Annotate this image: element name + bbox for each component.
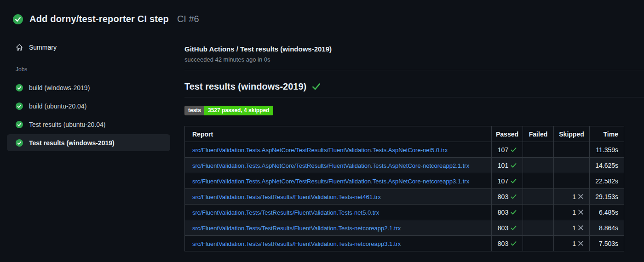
check-run-title: GitHub Actions / Test results (windows-2…: [184, 45, 644, 53]
passed-check-icon: [511, 163, 517, 168]
passed-check-icon: [511, 194, 517, 199]
report-link[interactable]: src/FluentValidation.Tests/TestResults/F…: [192, 209, 379, 216]
report-link[interactable]: src/FluentValidation.Tests.AspNetCore/Te…: [192, 162, 469, 169]
time-cell: 22.582s: [590, 173, 624, 189]
passed-cell: 803: [492, 236, 523, 251]
home-icon: [16, 44, 23, 51]
report-cell: src/FluentValidation.Tests/TestResults/F…: [185, 236, 492, 251]
report-cell: src/FluentValidation.Tests/TestResults/F…: [185, 220, 492, 236]
skipped-cell: [554, 173, 590, 189]
job-success-icon: [16, 84, 23, 91]
job-label: Test results (ubuntu-20.04): [29, 121, 106, 128]
job-success-icon: [16, 139, 23, 147]
report-cell: src/FluentValidation.Tests.AspNetCore/Te…: [185, 173, 492, 189]
tests-badge: tests 3527 passed, 4 skipped: [184, 106, 273, 115]
passed-check-icon: [511, 147, 517, 153]
table-row: src/FluentValidation.Tests/TestResults/F…: [185, 236, 624, 251]
time-cell: 14.625s: [590, 158, 624, 173]
skipped-x-icon: [578, 241, 583, 246]
time-cell: 11.359s: [590, 142, 624, 158]
divider: [184, 70, 644, 70]
report-link[interactable]: src/FluentValidation.Tests/TestResults/F…: [192, 240, 401, 247]
column-header-skipped: Skipped: [554, 126, 590, 142]
passed-cell: 107: [492, 142, 523, 158]
job-label: Test results (windows-2019): [29, 139, 115, 147]
skipped-x-icon: [578, 210, 583, 215]
table-row: src/FluentValidation.Tests/TestResults/F…: [185, 189, 624, 205]
run-number: CI #6: [177, 14, 199, 24]
report-cell: src/FluentValidation.Tests/TestResults/F…: [185, 189, 492, 205]
skipped-cell: 1: [554, 189, 590, 205]
sidebar-item-summary[interactable]: Summary: [0, 40, 177, 54]
heading-check-icon: [312, 83, 321, 91]
report-link[interactable]: src/FluentValidation.Tests.AspNetCore/Te…: [192, 147, 448, 154]
sidebar: Summary Jobs build (windows-2019)build (…: [0, 40, 177, 153]
passed-cell: 803: [492, 205, 523, 220]
jobs-list: build (windows-2019)build (ubuntu-20.04)…: [0, 79, 177, 151]
column-header-passed: Passed: [492, 126, 523, 142]
job-label: build (windows-2019): [29, 84, 90, 91]
report-link[interactable]: src/FluentValidation.Tests/TestResults/F…: [192, 194, 381, 200]
sidebar-job-build-ubuntu-20-04[interactable]: build (ubuntu-20.04): [7, 97, 170, 114]
passed-cell: 803: [492, 220, 523, 236]
job-label: build (ubuntu-20.04): [29, 103, 86, 110]
skipped-cell: 1: [554, 236, 590, 251]
workflow-run-title: Add dorny/test-reporter CI step: [29, 14, 169, 24]
summary-label: Summary: [29, 44, 57, 51]
report-cell: src/FluentValidation.Tests.AspNetCore/Te…: [185, 142, 492, 158]
job-success-icon: [16, 103, 23, 110]
table-row: src/FluentValidation.Tests/TestResults/F…: [185, 220, 624, 236]
failed-cell: [523, 205, 554, 220]
failed-cell: [523, 158, 554, 173]
passed-check-icon: [511, 178, 517, 184]
skipped-x-icon: [578, 194, 583, 199]
table-header-row: Report Passed Failed Skipped Time: [185, 126, 624, 142]
table-row: src/FluentValidation.Tests/TestResults/F…: [185, 205, 624, 220]
sidebar-job-build-windows-2019[interactable]: build (windows-2019): [7, 79, 170, 96]
passed-cell: 803: [492, 189, 523, 205]
passed-check-icon: [511, 210, 517, 215]
skipped-cell: 1: [554, 220, 590, 236]
job-success-icon: [16, 121, 23, 128]
passed-check-icon: [511, 241, 517, 246]
passed-check-icon: [511, 225, 517, 231]
jobs-section-label: Jobs: [16, 66, 177, 73]
passed-cell: 107: [492, 173, 523, 189]
column-header-time: Time: [590, 126, 624, 142]
main-content: GitHub Actions / Test results (windows-2…: [184, 45, 644, 251]
badge-value: 3527 passed, 4 skipped: [204, 106, 273, 115]
sidebar-job-test-results-ubuntu-20-04[interactable]: Test results (ubuntu-20.04): [7, 116, 170, 133]
time-cell: 29.153s: [590, 189, 624, 205]
skipped-cell: 1: [554, 205, 590, 220]
skipped-cell: [554, 142, 590, 158]
failed-cell: [523, 220, 554, 236]
report-link[interactable]: src/FluentValidation.Tests/TestResults/F…: [192, 225, 401, 232]
failed-cell: [523, 142, 554, 158]
failed-cell: [523, 173, 554, 189]
sidebar-job-test-results-windows-2019[interactable]: Test results (windows-2019): [7, 134, 170, 151]
column-header-report: Report: [185, 126, 492, 142]
report-link[interactable]: src/FluentValidation.Tests.AspNetCore/Te…: [192, 178, 469, 185]
test-results-table: Report Passed Failed Skipped Time src/Fl…: [184, 126, 624, 251]
success-circle-icon: [13, 14, 23, 24]
run-header: Add dorny/test-reporter CI step CI #6: [13, 14, 199, 24]
table-row: src/FluentValidation.Tests.AspNetCore/Te…: [185, 142, 624, 158]
passed-cell: 101: [492, 158, 523, 173]
table-row: src/FluentValidation.Tests.AspNetCore/Te…: [185, 158, 624, 173]
time-cell: 6.485s: [590, 205, 624, 220]
failed-cell: [523, 189, 554, 205]
failed-cell: [523, 236, 554, 251]
table-row: src/FluentValidation.Tests.AspNetCore/Te…: [185, 173, 624, 189]
skipped-x-icon: [578, 225, 583, 230]
badge-label: tests: [184, 106, 204, 115]
results-heading: Test results (windows-2019): [184, 81, 306, 92]
check-run-status: succeeded 42 minutes ago in 0s: [184, 56, 644, 63]
skipped-cell: [554, 158, 590, 173]
time-cell: 7.503s: [590, 236, 624, 251]
report-cell: src/FluentValidation.Tests.AspNetCore/Te…: [185, 158, 492, 173]
report-cell: src/FluentValidation.Tests/TestResults/F…: [185, 205, 492, 220]
divider: [184, 97, 644, 97]
column-header-failed: Failed: [523, 126, 554, 142]
time-cell: 8.864s: [590, 220, 624, 236]
